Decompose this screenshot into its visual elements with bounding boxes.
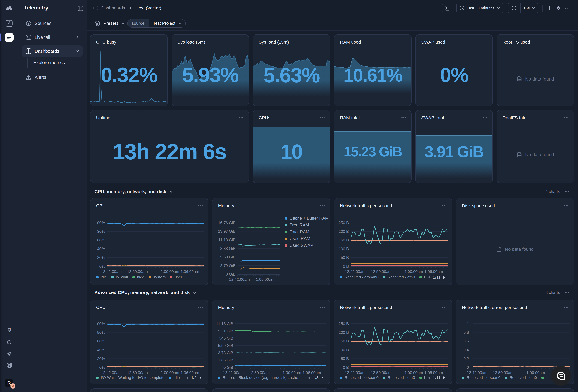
svg-text:8.38 GiB: 8.38 GiB [220,246,236,251]
svg-text:1:00:00am: 1:00:00am [283,371,301,375]
svg-text:11.18 GiB: 11.18 GiB [218,238,236,242]
svg-text:2.79 GiB: 2.79 GiB [220,263,236,268]
svg-text:12:42:00am: 12:42:00am [101,371,122,375]
svg-text:0%: 0% [99,365,105,370]
svg-text:1:06:00am: 1:06:00am [424,269,443,274]
svg-text:12:50:00am: 12:50:00am [249,371,270,375]
svg-text:100 B: 100 B [338,247,349,251]
svg-text:1.86 GiB: 1.86 GiB [218,358,233,362]
svg-text:0 B: 0 B [343,365,349,370]
svg-text:200 B: 200 B [338,229,349,234]
svg-text:100%: 100% [95,221,105,225]
svg-text:150 B: 150 B [338,339,349,343]
svg-text:12:50:00am: 12:50:00am [371,269,392,274]
svg-text:1:06:00am: 1:06:00am [424,371,443,375]
svg-text:150 B: 150 B [338,238,349,242]
svg-text:100%: 100% [95,322,105,326]
svg-text:0 GiB: 0 GiB [223,365,233,370]
svg-text:12:42:00am: 12:42:00am [101,269,122,274]
svg-text:13.97 GiB: 13.97 GiB [218,229,236,233]
svg-text:12:42:00am: 12:42:00am [467,371,487,375]
svg-text:12:50:00am: 12:50:00am [493,371,514,375]
svg-text:1:00:00am: 1:00:00am [526,371,545,375]
svg-text:16.76 GiB: 16.76 GiB [218,221,236,225]
svg-text:12:42:00am: 12:42:00am [229,277,250,282]
svg-text:0: 0 [467,365,469,370]
svg-text:1:00:00am: 1:00:00am [404,371,423,375]
svg-text:12:50:00am: 12:50:00am [127,269,148,274]
svg-text:60%: 60% [97,238,105,242]
svg-text:1:06:00am: 1:06:00am [181,371,199,375]
svg-text:12:42:00am: 12:42:00am [223,371,244,375]
svg-text:60%: 60% [97,339,105,343]
svg-text:1: 1 [467,322,469,326]
svg-text:12:42:00am: 12:42:00am [345,269,366,274]
svg-text:100 B: 100 B [338,348,349,352]
svg-text:0.8: 0.8 [464,330,469,335]
svg-text:20%: 20% [97,255,105,260]
svg-text:7.45 GiB: 7.45 GiB [218,336,233,340]
svg-text:1:06:00am: 1:06:00am [302,371,321,375]
svg-text:40%: 40% [97,348,105,352]
svg-text:3.73 GiB: 3.73 GiB [218,351,233,355]
svg-text:1:00:00am: 1:00:00am [161,269,179,274]
svg-text:1:00:00am: 1:00:00am [256,277,274,282]
svg-text:5.59 GiB: 5.59 GiB [218,343,233,348]
svg-text:80%: 80% [97,330,105,335]
svg-text:20%: 20% [97,356,105,361]
svg-text:250 B: 250 B [338,221,349,225]
svg-text:0.2: 0.2 [464,356,469,361]
svg-text:12:42:00am: 12:42:00am [345,371,366,375]
svg-text:80%: 80% [97,229,105,234]
svg-text:50 B: 50 B [341,255,349,260]
svg-text:1:00:00am: 1:00:00am [161,371,179,375]
svg-text:0 B: 0 B [343,264,349,268]
svg-text:0.6: 0.6 [464,339,469,343]
svg-text:12:50:00am: 12:50:00am [371,371,392,375]
svg-text:200 B: 200 B [338,330,349,335]
svg-text:0.4: 0.4 [464,348,469,352]
svg-text:50 B: 50 B [341,356,349,361]
svg-text:9.31 GiB: 9.31 GiB [218,329,233,333]
svg-text:1:00:00am: 1:00:00am [404,269,423,274]
svg-text:5.59 GiB: 5.59 GiB [220,255,236,259]
svg-text:250 B: 250 B [338,322,349,326]
svg-text:40%: 40% [97,247,105,251]
svg-text:0 GiB: 0 GiB [226,272,236,276]
svg-text:11.18 GiB: 11.18 GiB [216,322,233,326]
svg-text:1:06:00am: 1:06:00am [181,269,199,274]
svg-text:12:50:00am: 12:50:00am [127,371,148,375]
svg-text:0%: 0% [99,264,105,268]
